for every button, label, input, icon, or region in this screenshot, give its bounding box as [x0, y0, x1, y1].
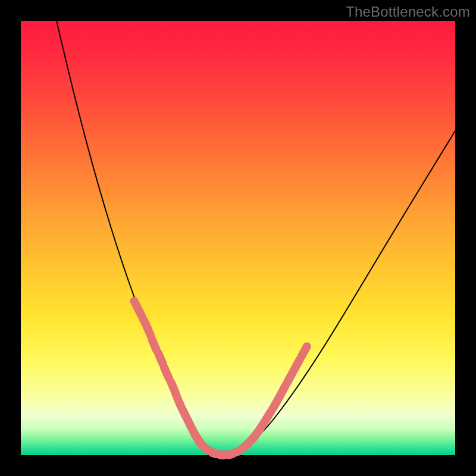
marker-group — [134, 301, 307, 455]
curve-marker — [287, 372, 293, 383]
curve-marker — [158, 353, 163, 364]
curve-marker — [164, 368, 169, 378]
curve-marker — [152, 339, 156, 350]
curve-marker — [280, 386, 286, 396]
bottleneck-curve — [57, 21, 455, 454]
watermark-text: TheBottleneck.com — [346, 4, 470, 20]
curve-marker — [294, 359, 300, 370]
chart-frame: TheBottleneck.com — [0, 0, 476, 476]
curve-marker — [301, 346, 307, 357]
curve-marker — [146, 324, 151, 335]
curve-layer — [21, 21, 455, 455]
